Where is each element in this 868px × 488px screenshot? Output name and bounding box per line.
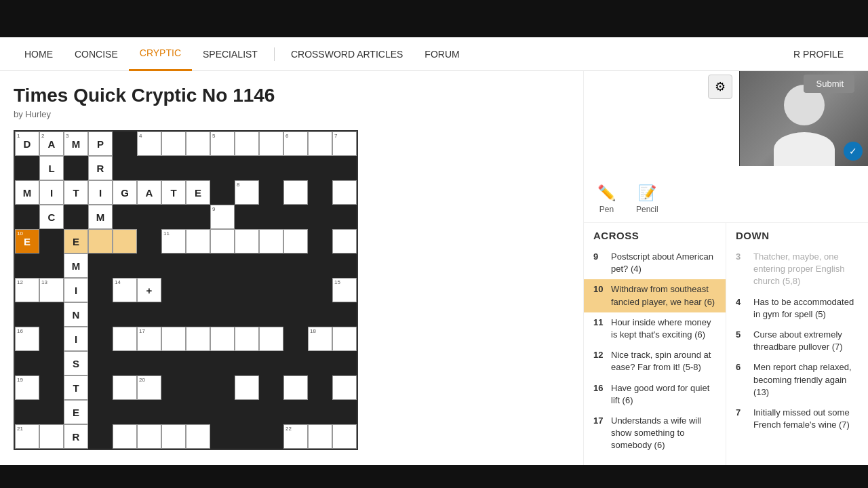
cell-1-8[interactable] (186, 131, 210, 156)
clue-across-17[interactable]: 17 Understands a wife will show somethin… (584, 411, 726, 456)
cell-1-14[interactable]: 7 (332, 131, 357, 156)
cell-1-6[interactable]: 4 (137, 131, 161, 156)
cell-3-1[interactable]: M (15, 180, 39, 205)
cell-11-1[interactable]: 19 (15, 375, 39, 400)
cell-3-14[interactable] (332, 180, 357, 205)
cell-7-5[interactable]: 14 (113, 278, 137, 302)
cell-1-9[interactable]: 5 (210, 131, 235, 156)
cell-8-3[interactable]: N (64, 302, 88, 327)
nav-home[interactable]: HOME (14, 37, 64, 71)
cell-3-4[interactable]: I (88, 180, 113, 205)
cell-13-8[interactable] (186, 424, 210, 449)
cell-3-12[interactable] (283, 180, 308, 205)
cell-13-3[interactable]: R (64, 424, 88, 449)
cell-7-3[interactable]: I (64, 278, 88, 302)
nav-profile[interactable]: R PROFILE (783, 37, 854, 71)
cell-7-1[interactable]: 12 (15, 278, 39, 302)
pen-tool[interactable]: ✏️ Pen (597, 184, 616, 214)
cell-3-10[interactable]: 8 (235, 180, 259, 205)
cell-5-10[interactable] (235, 229, 259, 253)
clue-across-10[interactable]: 10 Withdraw from southeast fancied playe… (584, 279, 726, 312)
cell-5-3[interactable]: E (64, 229, 88, 253)
cell-13-6[interactable] (137, 424, 161, 449)
clue-down-5[interactable]: 5 Curse about extremely threadbare pullo… (726, 325, 868, 357)
cell-1-3[interactable]: 3M (64, 131, 88, 156)
cell-6-3[interactable]: M (64, 253, 88, 278)
cell-5-14[interactable] (332, 229, 357, 253)
cell-5-7[interactable]: 11 (161, 229, 186, 253)
nav-concise[interactable]: CONCISE (64, 37, 129, 71)
cell-5-9[interactable] (210, 229, 235, 253)
cell-9-8[interactable] (186, 327, 210, 351)
cell-3-2[interactable]: I (39, 180, 64, 205)
cell-4-4[interactable]: M (88, 205, 113, 229)
cell-5-4[interactable] (88, 229, 113, 253)
cell-9-14[interactable] (332, 327, 357, 351)
cell-2-2[interactable]: L (39, 156, 64, 180)
pencil-tool[interactable]: 📝 Pencil (636, 184, 658, 214)
cell-7-2[interactable]: 13 (39, 278, 64, 302)
cell-3-6[interactable]: A (137, 180, 161, 205)
cell-11-6[interactable]: 20 (137, 375, 161, 400)
cell-9-10[interactable] (235, 327, 259, 351)
cell-1-2[interactable]: 2A (39, 131, 64, 156)
cell-1-12[interactable]: 6 (283, 131, 308, 156)
cell-1-10[interactable] (235, 131, 259, 156)
cell-4-2[interactable]: C (39, 205, 64, 229)
clue-down-3[interactable]: 3 Thatcher, maybe, one entering proper E… (726, 247, 868, 292)
cell-1-11[interactable] (259, 131, 283, 156)
cell-3-5[interactable]: G (113, 180, 137, 205)
nav-cryptic[interactable]: CRYPTIC (129, 37, 192, 71)
crossword-grid[interactable]: 1D 2A 3M P 4 5 6 7 (14, 130, 358, 450)
cell-13-1[interactable]: 21 (15, 424, 39, 449)
cell-11-12[interactable] (283, 375, 308, 400)
cell-9-1[interactable]: 16 (15, 327, 39, 351)
cell-9-11[interactable] (259, 327, 283, 351)
clue-across-16[interactable]: 16 Have good word for quiet lift (6) (584, 378, 726, 411)
cell-11-10[interactable] (235, 375, 259, 400)
cell-5-12[interactable] (283, 229, 308, 253)
submit-button[interactable]: Submit (804, 75, 854, 93)
cell-12-3[interactable]: E (64, 400, 88, 424)
clue-across-9[interactable]: 9 Postscript about American pet? (4) (584, 247, 726, 279)
cell-13-7[interactable] (161, 424, 186, 449)
cell-3-8[interactable]: E (186, 180, 210, 205)
cell-3-3[interactable]: T (64, 180, 88, 205)
cell-9-7[interactable] (161, 327, 186, 351)
cell-1-13[interactable] (308, 131, 332, 156)
cell-13-14[interactable] (332, 424, 357, 449)
cell-13-12[interactable]: 22 (283, 424, 308, 449)
nav-forum[interactable]: FORUM (414, 37, 470, 71)
clue-down-7[interactable]: 7 Initially missed out some French femal… (726, 403, 868, 435)
cell-13-2[interactable] (39, 424, 64, 449)
cell-11-3[interactable]: T (64, 375, 88, 400)
cell-13-13[interactable] (308, 424, 332, 449)
video-check-button[interactable]: ✓ (844, 142, 863, 161)
cell-5-11[interactable] (259, 229, 283, 253)
cell-1-4[interactable]: P (88, 131, 113, 156)
cell-2-4[interactable]: R (88, 156, 113, 180)
cell-5-1[interactable]: 10E (15, 229, 39, 253)
nav-specialist[interactable]: SPECIALIST (192, 37, 269, 71)
cell-9-5[interactable] (113, 327, 137, 351)
cell-11-14[interactable] (332, 375, 357, 400)
nav-crossword-articles[interactable]: CROSSWORD ARTICLES (280, 37, 414, 71)
cell-3-7[interactable]: T (161, 180, 186, 205)
gear-button[interactable]: ⚙ (708, 75, 732, 99)
cell-1-1[interactable]: 1D (15, 131, 39, 156)
clue-across-12[interactable]: 12 Nice track, spin around at ease? Far … (584, 345, 726, 378)
cell-10-3[interactable]: S (64, 351, 88, 375)
cell-5-8[interactable] (186, 229, 210, 253)
cell-9-3[interactable]: I (64, 327, 88, 351)
cell-1-7[interactable] (161, 131, 186, 156)
cell-13-5[interactable] (113, 424, 137, 449)
cell-5-5[interactable] (113, 229, 137, 253)
cell-7-14[interactable]: 15 (332, 278, 357, 302)
cell-9-13[interactable]: 18 (308, 327, 332, 351)
cell-11-5[interactable] (113, 375, 137, 400)
cell-7-6[interactable]: + (137, 278, 161, 302)
clue-across-11[interactable]: 11 Hour inside where money is kept that'… (584, 312, 726, 345)
cell-9-9[interactable] (210, 327, 235, 351)
cell-4-9[interactable]: 9 (210, 205, 235, 229)
clue-down-4[interactable]: 4 Has to be accommodated in gym for spel… (726, 292, 868, 325)
